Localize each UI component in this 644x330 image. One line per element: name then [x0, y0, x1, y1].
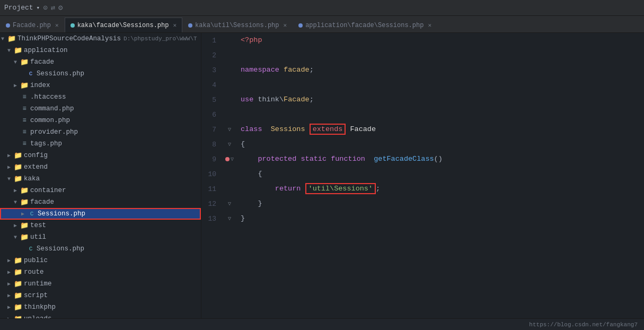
- test-label: test: [30, 222, 46, 229]
- sidebar-item-application[interactable]: ▼ 📁 application: [0, 45, 201, 56]
- breakpoint-9[interactable]: [225, 157, 230, 161]
- index-arrow: ▶: [14, 82, 20, 89]
- tab-application-facade[interactable]: application\facade\Sessions.php ✕: [293, 18, 437, 32]
- sidebar-item-container[interactable]: ▶ 📁 container: [0, 185, 201, 196]
- code-editor[interactable]: 1 <?php 2 3 namespace facade; 4: [201, 33, 644, 318]
- config-icon: 📁: [14, 151, 22, 160]
- sidebar-item-kaka[interactable]: ▼ 📁 kaka: [0, 173, 201, 185]
- sidebar-item-app-facade[interactable]: ▼ 📁 facade: [0, 56, 201, 68]
- tab-label-facade-php: Facade.php: [13, 22, 51, 29]
- code-line-2: 2: [201, 48, 644, 63]
- code-line-10: 10 {: [201, 167, 644, 181]
- config-label: config: [24, 152, 48, 159]
- fold-icon-12[interactable]: ▽: [228, 201, 231, 207]
- sidebar-item-index[interactable]: ▶ 📁 index: [0, 80, 201, 91]
- container-label: container: [30, 187, 66, 194]
- script-icon: 📁: [14, 291, 22, 300]
- fold-icon-13[interactable]: ▽: [228, 215, 231, 222]
- line-num-9: 9: [201, 155, 223, 163]
- sidebar-item-htaccess[interactable]: ≡ .htaccess: [0, 91, 201, 103]
- tab-close-kaka-facade[interactable]: ✕: [173, 22, 177, 29]
- gutter-12: ▽: [223, 201, 236, 207]
- tab-label-app-facade: application\facade\Sessions.php: [305, 22, 424, 29]
- public-label: public: [24, 257, 48, 264]
- test-arrow: ▶: [14, 222, 20, 229]
- line-content-9: protected static function getFacadeClass…: [236, 152, 644, 167]
- tab-close-kaka-util[interactable]: ✕: [284, 22, 287, 29]
- settings-icon-2[interactable]: ⇄: [51, 3, 55, 12]
- test-icon: 📁: [20, 221, 29, 230]
- sidebar-item-runtime[interactable]: ▶ 📁 runtime: [0, 278, 201, 290]
- tab-facade-php[interactable]: Facade.php ✕: [0, 18, 65, 32]
- gutter-13: ▽: [223, 215, 236, 222]
- util-sess-label: Sessions.php: [37, 245, 84, 253]
- title-bar-left: Project ▾ ⊙ ⇄ ⚙: [4, 3, 63, 12]
- util-icon: 📁: [20, 233, 29, 241]
- tab-kaka-util-sessions[interactable]: kaka\util\Sessions.php ✕: [182, 18, 293, 32]
- tab-close-app-facade[interactable]: ✕: [428, 22, 431, 29]
- tab-kaka-facade-sessions[interactable]: kaka\facade\Sessions.php ✕: [65, 18, 182, 32]
- line-content-1: <?php: [236, 33, 644, 48]
- sidebar-item-tags[interactable]: ≡ tags.php: [0, 138, 201, 150]
- fold-icon-7[interactable]: ▽: [228, 126, 231, 133]
- extend-icon: 📁: [14, 163, 22, 171]
- app-sess-label: Sessions.php: [37, 70, 84, 77]
- thinkphp-icon: 📁: [14, 303, 22, 311]
- sidebar-item-uploads[interactable]: ▶ 📁 uploads: [0, 313, 201, 318]
- route-label: route: [24, 268, 44, 276]
- fold-icon-8[interactable]: ▽: [228, 141, 231, 147]
- tab-dot-kaka-util: [188, 23, 192, 28]
- sidebar-item-test[interactable]: ▶ 📁 test: [0, 220, 201, 231]
- code-line-3: 3 namespace facade;: [201, 63, 644, 77]
- tab-close-facade-php[interactable]: ✕: [55, 22, 59, 29]
- route-icon: 📁: [14, 268, 22, 276]
- util-arrow: ▼: [14, 235, 20, 240]
- code-line-5: 5 use think\Facade;: [201, 92, 644, 107]
- root-folder-icon: 📁: [7, 34, 16, 43]
- app-label: application: [24, 47, 68, 54]
- cmd-icon: ≡: [20, 105, 29, 113]
- sidebar-item-app-facade-sessions[interactable]: C Sessions.php: [0, 68, 201, 80]
- line-num-7: 7: [201, 126, 223, 134]
- kaka-facade-icon: 📁: [20, 198, 29, 206]
- common-icon: ≡: [20, 116, 29, 125]
- script-label: script: [24, 292, 48, 299]
- settings-icon-3[interactable]: ⚙: [58, 3, 63, 12]
- index-icon: 📁: [20, 81, 29, 90]
- sidebar-item-kaka-facade-sessions[interactable]: ▶ C Sessions.php: [0, 208, 201, 220]
- sidebar-item-extend[interactable]: ▶ 📁 extend: [0, 161, 201, 173]
- kaka-sess-icon: C: [28, 210, 36, 218]
- line-num-5: 5: [201, 96, 223, 104]
- code-line-13: 13 ▽ }: [201, 211, 644, 226]
- sidebar-item-public[interactable]: ▶ 📁 public: [0, 255, 201, 266]
- settings-icon-1[interactable]: ⊙: [43, 3, 47, 12]
- app-facade-label: facade: [30, 58, 54, 66]
- sidebar-item-thinkphp[interactable]: ▶ 📁 thinkphp: [0, 301, 201, 313]
- script-arrow: ▶: [7, 292, 14, 299]
- kaka-facade-label: facade: [30, 198, 54, 206]
- line-content-5: use think\Facade;: [236, 92, 644, 107]
- sidebar-item-util-sessions[interactable]: C Sessions.php: [0, 243, 201, 255]
- line-num-13: 13: [201, 215, 223, 223]
- runtime-icon: 📁: [14, 280, 22, 288]
- sidebar-item-provider[interactable]: ≡ provider.php: [0, 126, 201, 138]
- status-url: https://blog.csdn.net/fangkang7: [529, 322, 638, 328]
- main-area: ▼ 📁 ThinkPHPSourceCodeAnalysis D:\phpstu…: [0, 33, 644, 318]
- runtime-label: runtime: [24, 280, 52, 288]
- sidebar-item-route[interactable]: ▶ 📁 route: [0, 266, 201, 278]
- config-arrow: ▶: [7, 152, 14, 159]
- line-content-12: }: [236, 196, 644, 211]
- project-arrow[interactable]: ▾: [37, 4, 40, 11]
- sidebar-item-command[interactable]: ≡ command.php: [0, 103, 201, 115]
- root-path: D:\phpstudy_pro\WWW\T: [123, 36, 197, 42]
- sidebar-item-kaka-facade[interactable]: ▼ 📁 facade: [0, 196, 201, 208]
- uploads-icon: 📁: [14, 315, 22, 318]
- title-bar: Project ▾ ⊙ ⇄ ⚙: [0, 0, 644, 16]
- sidebar-item-root[interactable]: ▼ 📁 ThinkPHPSourceCodeAnalysis D:\phpstu…: [0, 33, 201, 45]
- sidebar-item-config[interactable]: ▶ 📁 config: [0, 150, 201, 161]
- fold-icon-9[interactable]: ▽: [231, 156, 234, 162]
- sidebar-item-script[interactable]: ▶ 📁 script: [0, 290, 201, 301]
- sidebar-item-common[interactable]: ≡ common.php: [0, 115, 201, 126]
- sidebar-item-util[interactable]: ▼ 📁 util: [0, 231, 201, 243]
- gutter-9: ▽: [223, 156, 236, 162]
